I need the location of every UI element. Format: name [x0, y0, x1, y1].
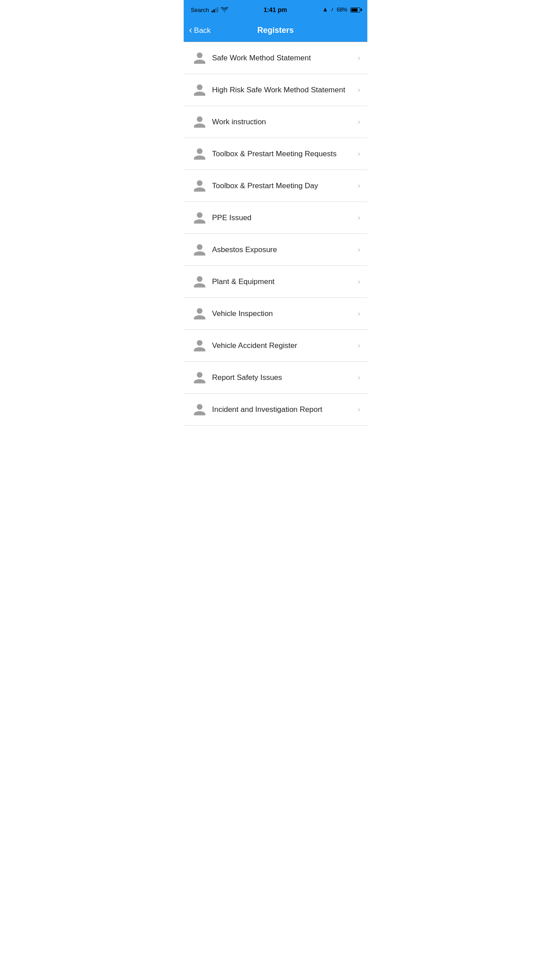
page-title: Registers	[257, 26, 294, 35]
battery-percentage: 68%	[337, 7, 347, 13]
navigation-bar: ‹ Back Registers	[184, 20, 367, 42]
person-icon	[191, 241, 209, 259]
chevron-right-icon: ›	[358, 181, 360, 190]
person-icon	[191, 81, 209, 99]
list-item-label: Toolbox & Prestart Meeting Requests	[212, 150, 358, 158]
chevron-right-icon: ›	[358, 149, 360, 158]
chevron-right-icon: ›	[358, 405, 360, 414]
person-icon	[191, 337, 209, 355]
list-item-label: Incident and Investigation Report	[212, 405, 358, 414]
person-icon	[191, 369, 209, 387]
person-icon	[191, 401, 209, 419]
status-bar: Search 1:41 pm 68%	[184, 0, 367, 20]
chevron-right-icon: ›	[358, 53, 360, 63]
chevron-right-icon: ›	[358, 213, 360, 222]
chevron-right-icon: ›	[358, 117, 360, 126]
person-icon	[191, 177, 209, 195]
list-item[interactable]: Vehicle Accident Register ›	[184, 330, 367, 362]
list-item-label: PPE Issued	[212, 213, 358, 222]
person-icon	[191, 305, 209, 323]
list-item[interactable]: Toolbox & Prestart Meeting Requests ›	[184, 138, 367, 170]
list-item[interactable]: Incident and Investigation Report ›	[184, 394, 367, 426]
list-item-label: Asbestos Exposure	[212, 245, 358, 254]
list-item[interactable]: Safe Work Method Statement ›	[184, 42, 367, 74]
person-icon	[191, 49, 209, 67]
list-item[interactable]: Report Safety Issues ›	[184, 362, 367, 394]
wifi-icon	[221, 7, 228, 12]
chevron-right-icon: ›	[358, 309, 360, 318]
list-item-label: Report Safety Issues	[212, 373, 358, 382]
list-item[interactable]: Toolbox & Prestart Meeting Day ›	[184, 170, 367, 202]
back-button[interactable]: ‹ Back	[189, 26, 211, 35]
chevron-right-icon: ›	[358, 277, 360, 286]
list-item[interactable]: High Risk Safe Work Method Statement ›	[184, 74, 367, 106]
list-item-label: Plant & Equipment	[212, 277, 358, 286]
chevron-right-icon: ›	[358, 245, 360, 254]
status-left: Search	[191, 7, 228, 13]
list-item-label: Work instruction	[212, 118, 358, 126]
chevron-right-icon: ›	[358, 341, 360, 350]
registers-list: Safe Work Method Statement › High Risk S…	[184, 42, 367, 426]
chevron-right-icon: ›	[358, 85, 360, 95]
list-item[interactable]: Work instruction ›	[184, 106, 367, 138]
signal-icon	[212, 7, 218, 12]
chevron-right-icon: ›	[358, 373, 360, 382]
list-item-label: Vehicle Accident Register	[212, 341, 358, 350]
list-item-label: Safe Work Method Statement	[212, 54, 358, 63]
status-right: 68%	[323, 7, 360, 13]
person-icon	[191, 273, 209, 291]
list-item-label: High Risk Safe Work Method Statement	[212, 86, 358, 95]
list-item[interactable]: Asbestos Exposure ›	[184, 234, 367, 266]
back-label: Back	[194, 26, 211, 35]
carrier-text: Search	[191, 7, 209, 13]
person-icon	[191, 209, 209, 227]
back-chevron-icon: ‹	[189, 25, 192, 35]
status-time: 1:41 pm	[264, 6, 287, 13]
person-icon	[191, 145, 209, 163]
list-item[interactable]: Vehicle Inspection ›	[184, 298, 367, 330]
battery-icon	[350, 8, 360, 12]
list-item-label: Vehicle Inspection	[212, 309, 358, 318]
list-item-label: Toolbox & Prestart Meeting Day	[212, 182, 358, 190]
list-item[interactable]: Plant & Equipment ›	[184, 266, 367, 298]
bluetooth-icon	[330, 7, 335, 13]
list-item[interactable]: PPE Issued ›	[184, 202, 367, 234]
location-icon	[323, 7, 328, 12]
person-icon	[191, 113, 209, 131]
